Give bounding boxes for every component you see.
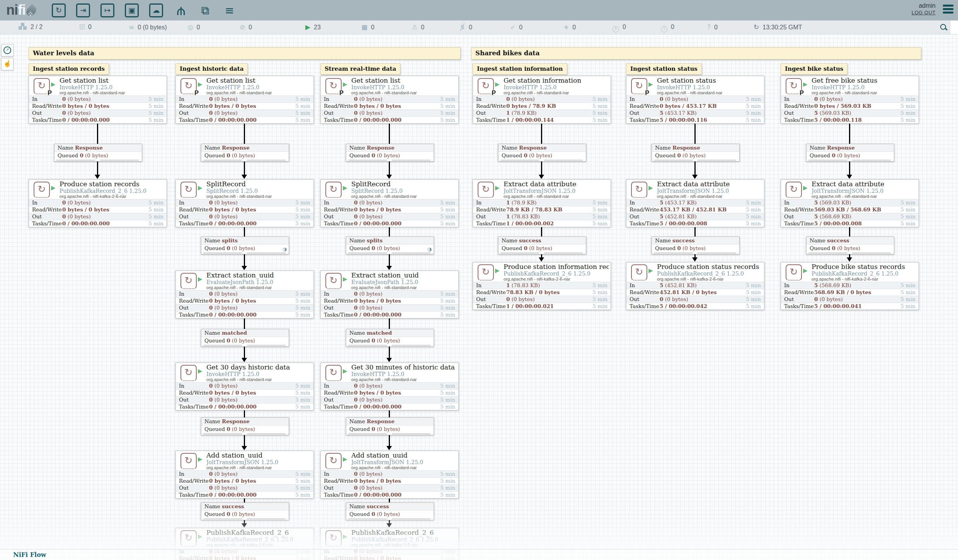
processor-type: InvokeHTTP 1.25.0 xyxy=(504,84,609,90)
processor[interactable]: ↻P▶Get station listInvokeHTTP 1.25.0org.… xyxy=(320,76,459,124)
stat-row-read-write: Read/Write453.17 KB / 452.81 KB5 min xyxy=(626,206,764,213)
connection-label[interactable]: Name matchedQueued 0 (0 bytes) xyxy=(201,329,289,347)
flow-section-label[interactable]: Ingest station records xyxy=(29,63,109,75)
processor-text: Get station statusInvokeHTTP 1.25.0org.a… xyxy=(657,77,762,95)
connection-label[interactable]: Name ResponseQueued 0 (0 bytes) xyxy=(346,417,434,435)
processor[interactable]: ↻▶Extract data attributeJoltTransformJSO… xyxy=(473,179,611,227)
remote-process-group-icon[interactable]: ☁ xyxy=(149,3,163,17)
processor[interactable]: ↻P▶Get station statusInvokeHTTP 1.25.0or… xyxy=(626,76,764,124)
processor-header: ↻P▶Get station statusInvokeHTTP 1.25.0or… xyxy=(626,76,764,95)
process-group-icon[interactable]: ▣ xyxy=(125,3,139,17)
processor[interactable]: ↻▶Produce station status recordsPublishK… xyxy=(626,262,764,310)
flow-section-label[interactable]: Ingest station information xyxy=(473,63,567,75)
stat-row-out: Out1 (78.83 KB)5 min xyxy=(473,213,611,220)
stale-icon: ↑ xyxy=(613,26,619,32)
processor[interactable]: ↻▶SplitRecordSplitRecord 1.25.0org.apach… xyxy=(175,179,314,227)
hand-icon: ☝ xyxy=(3,60,11,67)
refresh-control[interactable]: ↻13:30:25 GMT xyxy=(754,20,802,34)
processor-bundle: org.apache.nifi - nifi-standard-nar xyxy=(504,194,609,199)
status-item-up-to-date: ✓0 xyxy=(510,20,522,34)
processor-type: InvokeHTTP 1.25.0 xyxy=(206,371,312,377)
connection-label[interactable]: Name successQueued 0 (0 bytes) xyxy=(806,237,894,254)
flow-section-label[interactable]: Stream real-time data xyxy=(320,63,400,75)
process-group-label[interactable]: Water levels data xyxy=(29,47,461,60)
breadcrumb[interactable]: NiFi Flow xyxy=(13,551,46,558)
stat-period: 5 min xyxy=(295,485,310,491)
label-icon[interactable]: ≡ xyxy=(222,3,237,18)
processor-name: Extract data attribute xyxy=(504,180,609,188)
funnel-icon[interactable]: Ψ xyxy=(174,3,188,18)
connection-label[interactable]: Name ResponseQueued 0 (0 bytes) xyxy=(346,144,434,162)
connection-label[interactable]: Name splitsQueued 0 (0 bytes)◑ xyxy=(346,237,434,254)
processor[interactable]: ↻P▶Get free bike statusInvokeHTTP 1.25.0… xyxy=(781,76,919,124)
process-group-label[interactable]: Shared bikes data xyxy=(471,47,921,60)
processor[interactable]: ↻▶Extract data attributeJoltTransformJSO… xyxy=(626,179,764,227)
run-status-icon: ▶ xyxy=(198,456,202,462)
template-icon[interactable]: ⧉ xyxy=(198,3,213,18)
processor-name: Get free bike status xyxy=(812,77,917,84)
processor-icon[interactable]: ↻ xyxy=(52,3,66,17)
processor[interactable]: ↻▶SplitRecordSplitRecord 1.25.0org.apach… xyxy=(320,179,459,227)
search-button[interactable] xyxy=(940,24,948,31)
processor[interactable]: ↻▶Get 30 minutes of historic dataInvokeH… xyxy=(320,363,459,410)
processor-header: ↻▶Produce station status recordsPublishK… xyxy=(626,262,764,282)
processor[interactable]: ↻▶Extract station_uuidEvaluateJsonPath 1… xyxy=(175,271,314,318)
connection-label[interactable]: Name successQueued 0 (0 bytes) xyxy=(652,237,740,254)
input-port-icon[interactable]: ⇥ xyxy=(76,3,90,17)
flow-section-label[interactable]: Ingest historic data xyxy=(175,63,248,75)
stat-value: 0 (0 bytes) xyxy=(209,96,238,102)
connection-label[interactable]: Name successQueued 0 (0 bytes) xyxy=(201,502,289,520)
connection-label[interactable]: Name ResponseQueued 0 (0 bytes) xyxy=(201,417,289,435)
stat-period: 5 min xyxy=(148,117,163,123)
logout-link[interactable]: LOG OUT xyxy=(912,10,936,15)
output-port-icon[interactable]: ↦ xyxy=(100,3,114,17)
processor[interactable]: ↻▶Get 30 days historic dataInvokeHTTP 1.… xyxy=(175,363,314,410)
stat-row-out: Out0 (0 bytes)5 min xyxy=(176,213,313,220)
processor[interactable]: ↻P▶Get station informationInvokeHTTP 1.2… xyxy=(473,76,611,124)
processor[interactable]: ↻▶Produce station recordsPublishKafkaRec… xyxy=(29,179,167,227)
stat-period: 5 min xyxy=(900,303,915,310)
processor[interactable]: ↻P▶Get station listInvokeHTTP 1.25.0org.… xyxy=(29,76,167,124)
processor-type-icon: ↻ xyxy=(325,365,342,381)
flow-canvas[interactable]: ↗☝Water levels dataShared bikes dataInge… xyxy=(0,0,958,560)
connection-label[interactable]: Name ResponseQueued 0 (0 bytes) xyxy=(806,144,894,162)
connection-label[interactable]: Name ResponseQueued 0 (0 bytes) xyxy=(54,144,142,162)
hand-tool[interactable]: ☝ xyxy=(1,58,14,70)
stat-row-in: In0 (0 bytes)5 min xyxy=(176,199,313,206)
global-menu-icon[interactable] xyxy=(943,5,953,15)
stat-period: 5 min xyxy=(900,117,915,123)
connection-label[interactable]: Name ResponseQueued 0 (0 bytes) xyxy=(201,144,289,162)
flow-section-label[interactable]: Ingest bike status xyxy=(781,63,847,75)
user-block: admin LOG OUT xyxy=(912,2,936,15)
birdseye-toggle[interactable]: ↗ xyxy=(1,44,14,56)
flow-section-label[interactable]: Ingest station status xyxy=(626,63,702,75)
processor[interactable]: ↻▶Add station_uuidJoltTransformJSON 1.25… xyxy=(175,451,314,499)
stat-period: 5 min xyxy=(440,478,455,484)
stat-value: 453.17 KB / 452.81 KB xyxy=(660,206,727,213)
stat-period: 5 min xyxy=(440,397,455,403)
status-count: 0 xyxy=(671,24,674,30)
search-field-strip[interactable] xyxy=(950,20,958,34)
processor[interactable]: ↻▶Produce station information rec...Publ… xyxy=(473,262,611,310)
connection-label[interactable]: Name successQueued 0 (0 bytes) xyxy=(346,502,434,520)
connection-label[interactable]: Name splitsQueued 0 (0 bytes)◑ xyxy=(201,237,289,254)
processor[interactable]: ↻▶Extract data attributeJoltTransformJSO… xyxy=(781,179,919,227)
processor-type: PublishKafkaRecord_2_6 1.25.0 xyxy=(206,536,312,543)
connection-label[interactable]: Name matchedQueued 0 (0 bytes) xyxy=(346,329,434,347)
processor-type-icon: ↻P xyxy=(786,78,802,94)
connection-label[interactable]: Name ResponseQueued 0 (0 bytes) xyxy=(498,144,586,162)
stat-row-out: Out0 (0 bytes)5 min xyxy=(176,484,313,491)
connection-label[interactable]: Name ResponseQueued 0 (0 bytes) xyxy=(652,144,740,162)
queue-indicator-bars xyxy=(346,344,434,346)
processor[interactable]: ↻P▶Get station listInvokeHTTP 1.25.0org.… xyxy=(175,76,314,124)
processor-header: ↻▶Produce station information rec...Publ… xyxy=(473,262,611,282)
stat-row-out: Out0 (0 bytes)5 min xyxy=(321,396,458,403)
processor[interactable]: ↻▶Add station_uuidJoltTransformJSON 1.25… xyxy=(320,451,459,499)
processor-type: SplitRecord 1.25.0 xyxy=(206,188,312,194)
refresh-icon[interactable]: ↻ xyxy=(754,23,759,31)
stat-value: 0 bytes / 0 bytes xyxy=(209,103,256,109)
connection-label[interactable]: Name successQueued 0 (0 bytes) xyxy=(498,237,586,254)
processor[interactable]: ↻▶Extract station_uuidEvaluateJsonPath 1… xyxy=(320,271,459,318)
processor[interactable]: ↻▶Produce bike status recordsPublishKafk… xyxy=(781,262,919,310)
stat-period: 5 min xyxy=(592,96,607,102)
